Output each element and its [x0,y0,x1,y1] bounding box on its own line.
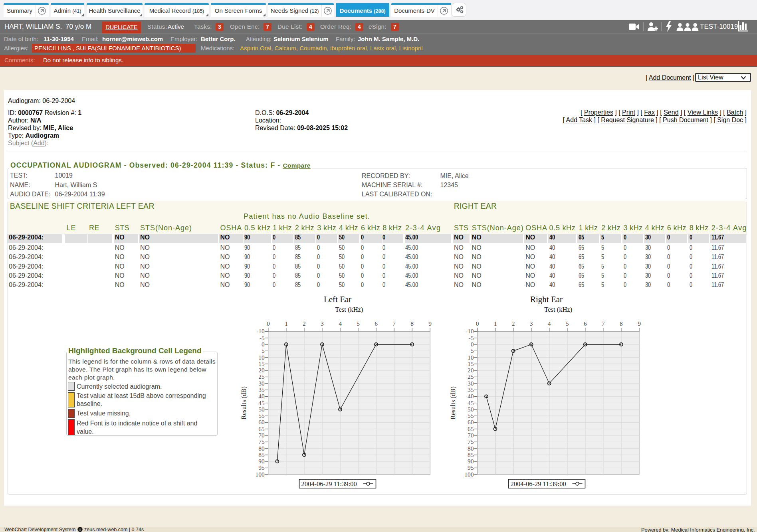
svg-text:55: 55 [258,412,265,419]
svg-text:Results (dB): Results (dB) [449,386,457,419]
svg-text:50: 50 [258,406,265,413]
svg-text:30: 30 [468,380,474,387]
svg-text:2: 2 [512,320,515,327]
svg-text:70: 70 [468,432,474,439]
svg-text:2004-06-29 11:39:00: 2004-06-29 11:39:00 [301,480,357,488]
svg-text:65: 65 [258,425,265,432]
svg-text:55: 55 [468,412,474,419]
svg-text:0: 0 [471,341,474,348]
svg-text:90: 90 [258,458,265,465]
svg-text:8: 8 [620,320,623,327]
svg-text:85: 85 [468,451,474,458]
svg-text:15: 15 [258,360,265,367]
svg-text:2: 2 [303,320,306,327]
svg-text:10: 10 [468,354,474,361]
svg-text:5: 5 [262,347,265,354]
svg-text:5: 5 [471,347,474,354]
svg-text:30: 30 [258,380,265,387]
svg-text:7: 7 [602,320,605,327]
svg-text:9: 9 [428,320,432,327]
svg-text:i: i [79,527,81,532]
svg-text:0: 0 [262,341,265,348]
svg-text:100: 100 [256,471,265,478]
svg-text:6: 6 [584,320,587,327]
svg-text:7: 7 [392,320,396,327]
svg-text:10: 10 [258,354,265,361]
svg-text:25: 25 [258,373,265,380]
svg-text:8: 8 [410,320,414,327]
svg-text:65: 65 [468,425,474,432]
svg-text:Results (dB): Results (dB) [240,386,248,419]
svg-text:Right Ear: Right Ear [530,295,563,304]
svg-text:20: 20 [468,367,474,374]
svg-text:4: 4 [548,320,551,327]
svg-text:80: 80 [258,445,265,452]
svg-text:45: 45 [468,399,474,406]
svg-text:-5: -5 [260,334,265,341]
svg-text:85: 85 [258,451,265,458]
svg-text:4: 4 [339,320,342,327]
svg-text:35: 35 [258,386,265,393]
svg-text:Test (kHz): Test (kHz) [544,306,572,313]
svg-text:35: 35 [468,386,474,393]
svg-text:80: 80 [468,445,474,452]
svg-text:Left Ear: Left Ear [324,295,351,304]
svg-text:45: 45 [258,399,265,406]
svg-text:3: 3 [321,320,324,327]
svg-text:100: 100 [464,471,474,478]
svg-text:40: 40 [258,393,265,399]
svg-text:50: 50 [468,406,474,413]
svg-text:75: 75 [468,438,474,445]
svg-text:0: 0 [476,320,479,327]
svg-text:25: 25 [468,373,474,380]
svg-text:1: 1 [494,320,497,327]
svg-text:-5: -5 [469,334,474,341]
svg-text:2004-06-29 11:39:00: 2004-06-29 11:39:00 [511,480,566,488]
svg-text:-10: -10 [466,328,474,334]
svg-text:95: 95 [468,464,474,471]
svg-text:9: 9 [638,320,641,327]
svg-text:0: 0 [267,320,270,327]
svg-text:60: 60 [258,419,265,425]
svg-text:90: 90 [468,458,474,465]
svg-text:70: 70 [258,432,265,439]
svg-text:95: 95 [258,464,265,471]
svg-text:5: 5 [357,320,360,327]
svg-text:75: 75 [258,438,265,445]
svg-text:20: 20 [258,367,265,374]
svg-text:6: 6 [375,320,378,327]
svg-text:-10: -10 [256,328,265,334]
svg-text:60: 60 [468,419,474,425]
svg-text:5: 5 [566,320,569,327]
svg-text:15: 15 [468,360,474,367]
svg-text:3: 3 [530,320,533,327]
svg-text:Test (kHz): Test (kHz) [335,306,363,313]
svg-text:40: 40 [468,393,474,399]
svg-text:1: 1 [285,320,288,327]
